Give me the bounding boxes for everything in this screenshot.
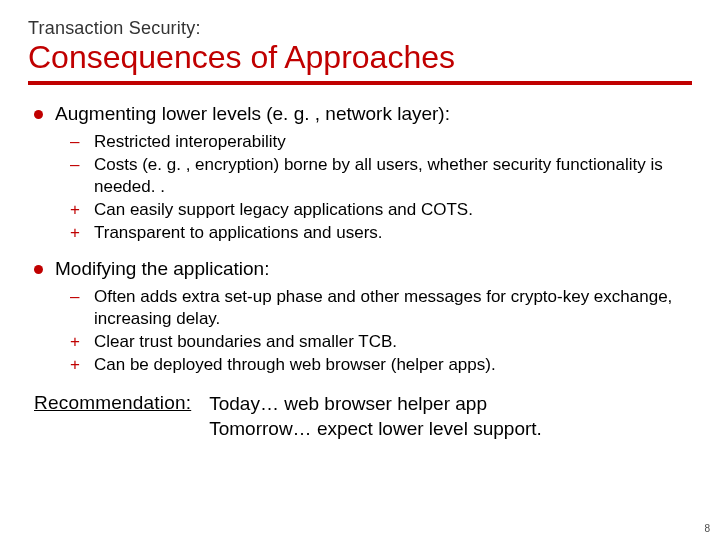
- item-text: Clear trust boundaries and smaller TCB.: [94, 331, 692, 353]
- slide-title: Consequences of Approaches: [28, 41, 692, 75]
- bullet-disc-icon: [34, 110, 43, 119]
- heading-text: Augmenting lower levels (e. g. , network…: [55, 103, 692, 125]
- list-item: + Can be deployed through web browser (h…: [70, 354, 692, 376]
- list-item: – Costs (e. g. , encryption) borne by al…: [70, 154, 692, 198]
- item-text: Often adds extra set-up phase and other …: [94, 286, 692, 330]
- list-item: – Often adds extra set-up phase and othe…: [70, 286, 692, 330]
- recommendation-text: Today… web browser helper app Tomorrow… …: [209, 392, 692, 441]
- list-item: + Can easily support legacy applications…: [70, 199, 692, 221]
- plus-icon: +: [70, 199, 84, 221]
- minus-icon: –: [70, 154, 84, 176]
- item-text: Costs (e. g. , encryption) borne by all …: [94, 154, 692, 198]
- item-text: Can easily support legacy applications a…: [94, 199, 692, 221]
- item-text: Restricted interoperability: [94, 131, 692, 153]
- section-augmenting: Augmenting lower levels (e. g. , network…: [28, 103, 692, 244]
- list-item: + Clear trust boundaries and smaller TCB…: [70, 331, 692, 353]
- list-item: – Restricted interoperability: [70, 131, 692, 153]
- item-text: Transparent to applications and users.: [94, 222, 692, 244]
- title-rule: [28, 81, 692, 85]
- minus-icon: –: [70, 286, 84, 308]
- section-heading: Modifying the application:: [34, 258, 692, 280]
- recommendation-line: Tomorrow… expect lower level support.: [209, 417, 692, 442]
- plus-icon: +: [70, 354, 84, 376]
- recommendation-row: Recommendation: Today… web browser helpe…: [34, 392, 692, 441]
- heading-text: Modifying the application:: [55, 258, 692, 280]
- plus-icon: +: [70, 222, 84, 244]
- slide-pretitle: Transaction Security:: [28, 18, 692, 39]
- item-text: Can be deployed through web browser (hel…: [94, 354, 692, 376]
- bullet-disc-icon: [34, 265, 43, 274]
- recommendation-line: Today… web browser helper app: [209, 392, 692, 417]
- list-item: + Transparent to applications and users.: [70, 222, 692, 244]
- page-number: 8: [704, 523, 710, 534]
- recommendation-label: Recommendation:: [34, 392, 191, 414]
- section-heading: Augmenting lower levels (e. g. , network…: [34, 103, 692, 125]
- plus-icon: +: [70, 331, 84, 353]
- minus-icon: –: [70, 131, 84, 153]
- section-modifying: Modifying the application: – Often adds …: [28, 258, 692, 376]
